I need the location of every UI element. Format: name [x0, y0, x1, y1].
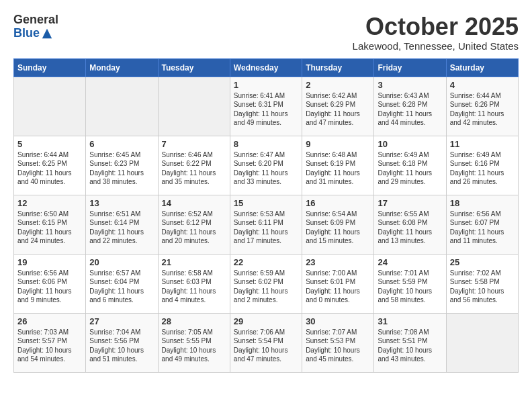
logo: General Blue [13, 13, 58, 40]
calendar-cell: 26Sunrise: 7:03 AM Sunset: 5:57 PM Dayli… [14, 313, 86, 372]
calendar-cell: 23Sunrise: 7:00 AM Sunset: 6:01 PM Dayli… [302, 254, 374, 313]
calendar-cell: 8Sunrise: 6:47 AM Sunset: 6:20 PM Daylig… [230, 136, 302, 195]
calendar-week-row: 1Sunrise: 6:41 AM Sunset: 6:31 PM Daylig… [14, 77, 519, 136]
logo-icon [41, 28, 53, 40]
svg-marker-0 [42, 28, 52, 38]
calendar-table: SundayMondayTuesdayWednesdayThursdayFrid… [13, 58, 519, 373]
cell-content: Sunrise: 7:04 AM Sunset: 5:56 PM Dayligh… [89, 328, 154, 364]
page-header: General Blue October 2025 Lakewood, Tenn… [13, 13, 519, 52]
cell-content: Sunrise: 6:49 AM Sunset: 6:18 PM Dayligh… [378, 150, 442, 187]
cell-content: Sunrise: 7:00 AM Sunset: 6:01 PM Dayligh… [306, 269, 370, 305]
day-number: 23 [306, 257, 370, 267]
day-number: 6 [89, 139, 154, 149]
calendar-cell: 14Sunrise: 6:52 AM Sunset: 6:12 PM Dayli… [158, 195, 230, 254]
day-number: 8 [234, 139, 298, 149]
cell-content: Sunrise: 7:05 AM Sunset: 5:55 PM Dayligh… [162, 328, 226, 364]
title-block: October 2025 Lakewood, Tennessee, United… [353, 13, 519, 52]
calendar-cell: 19Sunrise: 6:56 AM Sunset: 6:06 PM Dayli… [14, 254, 86, 313]
day-number: 17 [378, 198, 442, 208]
logo-general: General [13, 13, 58, 27]
weekday-header: Friday [374, 58, 446, 77]
calendar-cell: 22Sunrise: 6:59 AM Sunset: 6:02 PM Dayli… [230, 254, 302, 313]
calendar-cell: 24Sunrise: 7:01 AM Sunset: 5:59 PM Dayli… [374, 254, 446, 313]
day-number: 31 [378, 316, 442, 326]
cell-content: Sunrise: 6:54 AM Sunset: 6:09 PM Dayligh… [306, 210, 370, 246]
day-number: 5 [17, 139, 82, 149]
cell-content: Sunrise: 6:42 AM Sunset: 6:29 PM Dayligh… [306, 91, 370, 128]
day-number: 29 [234, 316, 298, 326]
cell-content: Sunrise: 6:52 AM Sunset: 6:12 PM Dayligh… [162, 210, 226, 246]
day-number: 15 [234, 198, 298, 208]
cell-content: Sunrise: 7:06 AM Sunset: 5:54 PM Dayligh… [234, 328, 298, 364]
day-number: 16 [306, 198, 370, 208]
calendar-cell: 27Sunrise: 7:04 AM Sunset: 5:56 PM Dayli… [86, 313, 158, 372]
day-number: 30 [306, 316, 370, 326]
calendar-cell: 29Sunrise: 7:06 AM Sunset: 5:54 PM Dayli… [230, 313, 302, 372]
day-number: 26 [17, 316, 82, 326]
cell-content: Sunrise: 6:58 AM Sunset: 6:03 PM Dayligh… [162, 269, 226, 305]
weekday-header: Sunday [14, 58, 86, 77]
calendar-week-row: 26Sunrise: 7:03 AM Sunset: 5:57 PM Dayli… [14, 313, 519, 372]
cell-content: Sunrise: 6:47 AM Sunset: 6:20 PM Dayligh… [234, 150, 298, 187]
calendar-week-row: 19Sunrise: 6:56 AM Sunset: 6:06 PM Dayli… [14, 254, 519, 313]
calendar-cell: 17Sunrise: 6:55 AM Sunset: 6:08 PM Dayli… [374, 195, 446, 254]
calendar-cell: 7Sunrise: 6:46 AM Sunset: 6:22 PM Daylig… [158, 136, 230, 195]
calendar-cell [446, 313, 518, 372]
cell-content: Sunrise: 6:56 AM Sunset: 6:06 PM Dayligh… [17, 269, 82, 305]
cell-content: Sunrise: 7:02 AM Sunset: 5:58 PM Dayligh… [450, 269, 515, 305]
weekday-header: Tuesday [158, 58, 230, 77]
calendar-cell: 4Sunrise: 6:44 AM Sunset: 6:26 PM Daylig… [446, 77, 518, 136]
day-number: 22 [234, 257, 298, 267]
calendar-cell: 30Sunrise: 7:07 AM Sunset: 5:53 PM Dayli… [302, 313, 374, 372]
calendar-cell: 1Sunrise: 6:41 AM Sunset: 6:31 PM Daylig… [230, 77, 302, 136]
calendar-cell: 21Sunrise: 6:58 AM Sunset: 6:03 PM Dayli… [158, 254, 230, 313]
day-number: 3 [378, 80, 442, 90]
day-number: 27 [89, 316, 154, 326]
cell-content: Sunrise: 6:44 AM Sunset: 6:26 PM Dayligh… [450, 91, 515, 128]
weekday-header: Wednesday [230, 58, 302, 77]
location: Lakewood, Tennessee, United States [353, 40, 519, 52]
day-number: 7 [162, 139, 226, 149]
cell-content: Sunrise: 6:49 AM Sunset: 6:16 PM Dayligh… [450, 150, 515, 187]
calendar-cell: 13Sunrise: 6:51 AM Sunset: 6:14 PM Dayli… [86, 195, 158, 254]
weekday-header: Monday [86, 58, 158, 77]
day-number: 21 [162, 257, 226, 267]
cell-content: Sunrise: 6:45 AM Sunset: 6:23 PM Dayligh… [89, 150, 154, 187]
calendar-cell: 20Sunrise: 6:57 AM Sunset: 6:04 PM Dayli… [86, 254, 158, 313]
calendar-cell [86, 77, 158, 136]
cell-content: Sunrise: 6:46 AM Sunset: 6:22 PM Dayligh… [162, 150, 226, 187]
day-number: 18 [450, 198, 515, 208]
day-number: 1 [234, 80, 298, 90]
day-number: 12 [17, 198, 82, 208]
weekday-header: Saturday [446, 58, 518, 77]
cell-content: Sunrise: 6:57 AM Sunset: 6:04 PM Dayligh… [89, 269, 154, 305]
logo-blue: Blue [13, 27, 40, 40]
weekday-header: Thursday [302, 58, 374, 77]
cell-content: Sunrise: 6:53 AM Sunset: 6:11 PM Dayligh… [234, 210, 298, 246]
calendar-week-row: 5Sunrise: 6:44 AM Sunset: 6:25 PM Daylig… [14, 136, 519, 195]
calendar-cell [158, 77, 230, 136]
day-number: 11 [450, 139, 515, 149]
day-number: 25 [450, 257, 515, 267]
calendar-cell: 25Sunrise: 7:02 AM Sunset: 5:58 PM Dayli… [446, 254, 518, 313]
day-number: 9 [306, 139, 370, 149]
calendar-cell: 5Sunrise: 6:44 AM Sunset: 6:25 PM Daylig… [14, 136, 86, 195]
calendar-cell [14, 77, 86, 136]
calendar-cell: 28Sunrise: 7:05 AM Sunset: 5:55 PM Dayli… [158, 313, 230, 372]
day-number: 20 [89, 257, 154, 267]
cell-content: Sunrise: 6:43 AM Sunset: 6:28 PM Dayligh… [378, 91, 442, 128]
calendar-cell: 12Sunrise: 6:50 AM Sunset: 6:15 PM Dayli… [14, 195, 86, 254]
day-number: 14 [162, 198, 226, 208]
cell-content: Sunrise: 7:07 AM Sunset: 5:53 PM Dayligh… [306, 328, 370, 364]
day-number: 4 [450, 80, 515, 90]
cell-content: Sunrise: 6:56 AM Sunset: 6:07 PM Dayligh… [450, 210, 515, 246]
calendar-cell: 18Sunrise: 6:56 AM Sunset: 6:07 PM Dayli… [446, 195, 518, 254]
day-number: 2 [306, 80, 370, 90]
calendar-cell: 2Sunrise: 6:42 AM Sunset: 6:29 PM Daylig… [302, 77, 374, 136]
cell-content: Sunrise: 6:50 AM Sunset: 6:15 PM Dayligh… [17, 210, 82, 246]
day-number: 28 [162, 316, 226, 326]
calendar-week-row: 12Sunrise: 6:50 AM Sunset: 6:15 PM Dayli… [14, 195, 519, 254]
calendar-cell: 10Sunrise: 6:49 AM Sunset: 6:18 PM Dayli… [374, 136, 446, 195]
cell-content: Sunrise: 6:51 AM Sunset: 6:14 PM Dayligh… [89, 210, 154, 246]
day-number: 13 [89, 198, 154, 208]
